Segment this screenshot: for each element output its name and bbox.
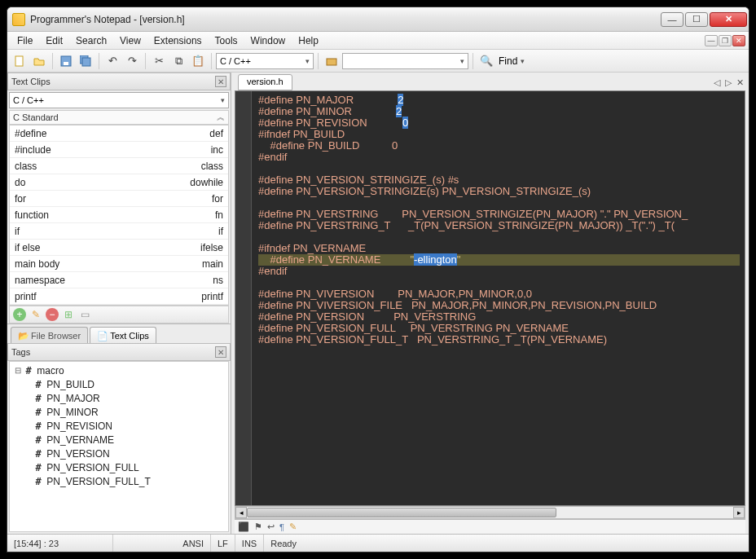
hash-icon: # [33, 448, 44, 460]
clip-icon: 📄 [97, 331, 107, 341]
new-file-button[interactable] [11, 52, 29, 70]
titlebar: Programmer's Notepad - [version.h] ― ☐ ✕ [7, 7, 749, 32]
find-label: Find [499, 55, 517, 67]
clip-item[interactable]: #definedef [10, 125, 228, 142]
collapse-icon[interactable]: ⊟ [13, 366, 23, 375]
tag-item[interactable]: # PN_VERSION [10, 447, 228, 460]
delete-clip-button[interactable]: − [46, 308, 59, 321]
edit-clip-button[interactable]: ✎ [29, 308, 42, 321]
tab-close-button[interactable]: ✕ [735, 77, 745, 88]
menu-tools[interactable]: Tools [209, 33, 244, 48]
clip-item[interactable]: printfprintf [10, 288, 228, 305]
menu-search[interactable]: Search [69, 33, 113, 48]
textclips-close-button[interactable]: ✕ [215, 76, 226, 87]
redo-button[interactable]: ↷ [123, 52, 141, 70]
mdi-minimize-button[interactable]: ― [705, 35, 718, 46]
menu-view[interactable]: View [113, 33, 147, 48]
menu-extensions[interactable]: Extensions [147, 33, 209, 48]
menu-window[interactable]: Window [244, 33, 292, 48]
code-editor[interactable]: #define PN_MAJOR 2 #define PN_MINOR 2 #d… [235, 90, 745, 506]
highlight-icon[interactable]: ✎ [289, 522, 297, 532]
tab-next-button[interactable]: ▷ [723, 77, 733, 88]
tag-item[interactable]: # PN_VERNAME [10, 433, 228, 447]
add-folder-button[interactable]: ⊞ [62, 308, 75, 321]
save-button[interactable] [57, 52, 75, 70]
app-window: Programmer's Notepad - [version.h] ― ☐ ✕… [7, 7, 749, 552]
maximize-button[interactable]: ☐ [685, 12, 708, 27]
editor-content[interactable]: #define PN_MAJOR 2 #define PN_MINOR 2 #d… [253, 91, 745, 349]
whitespace-icon[interactable]: ¶ [279, 522, 284, 532]
hash-icon: # [33, 462, 44, 473]
menu-help[interactable]: Help [292, 33, 325, 48]
hash-icon: # [33, 379, 44, 390]
open-file-button[interactable] [30, 52, 48, 70]
find-icon[interactable]: 🔍 [477, 52, 495, 70]
bookmark-icon[interactable]: ⚑ [254, 522, 262, 532]
tag-item[interactable]: # PN_VERSION_FULL_T [10, 474, 228, 488]
clip-item[interactable]: #includeinc [10, 142, 228, 158]
status-message: Ready [264, 535, 749, 552]
status-position: [15:44] : 23 [7, 535, 113, 552]
statusbar: [15:44] : 23 ANSI LF INS Ready [7, 534, 749, 552]
doc-tab-version[interactable]: version.h [238, 74, 292, 90]
textclips-list[interactable]: #definedef #includeinc classclass dodowh… [9, 125, 229, 306]
tag-item[interactable]: # PN_MAJOR [10, 391, 228, 405]
status-eol: LF [211, 535, 235, 552]
menu-file[interactable]: File [11, 33, 39, 48]
scroll-right-button[interactable]: ▸ [733, 507, 745, 518]
tab-prev-button[interactable]: ◁ [712, 77, 722, 88]
cut-button[interactable]: ✂ [150, 52, 168, 70]
horizontal-scrollbar[interactable]: ◂ ▸ [235, 506, 745, 519]
menu-edit[interactable]: Edit [39, 33, 69, 48]
clip-item[interactable]: ifif [10, 223, 228, 240]
clip-item[interactable]: functionfn [10, 207, 228, 223]
tag-item[interactable]: # PN_REVISION [10, 419, 228, 433]
tab-text-clips[interactable]: 📄 Text Clips [90, 327, 156, 343]
wrap-icon[interactable]: ↩ [267, 522, 275, 532]
scroll-thumb[interactable] [247, 508, 556, 517]
tag-item[interactable]: # PN_MINOR [10, 405, 228, 419]
tag-root[interactable]: ⊟# macro [10, 363, 228, 377]
tags-title: Tags [11, 347, 30, 357]
paste-button[interactable]: 📋 [189, 52, 207, 70]
close-button[interactable]: ✕ [710, 12, 747, 27]
search-combo[interactable] [342, 53, 468, 69]
add-clip-button[interactable]: + [13, 308, 26, 321]
chevron-up-icon: ︽ [217, 112, 225, 123]
clip-item[interactable]: if elseifelse [10, 240, 228, 256]
undo-button[interactable]: ↶ [103, 52, 121, 70]
hash-icon: # [33, 420, 44, 432]
clip-item[interactable]: classclass [10, 158, 228, 174]
svg-rect-5 [327, 59, 336, 65]
tag-item[interactable]: # PN_VERSION_FULL [10, 460, 228, 474]
tag-item[interactable]: # PN_BUILD [10, 377, 228, 391]
mdi-close-button[interactable]: ✕ [732, 35, 745, 46]
scroll-left-button[interactable]: ◂ [235, 507, 247, 518]
textclips-toolbar: + ✎ − ⊞ ▭ [9, 306, 229, 324]
svg-rect-0 [15, 56, 23, 66]
textclips-lang-combo[interactable]: C / C++ [9, 92, 229, 108]
tags-close-button[interactable]: ✕ [215, 346, 226, 358]
clip-item[interactable]: namespacens [10, 272, 228, 288]
right-pane: version.h ◁ ▷ ✕ #define PN_MAJOR 2 #defi… [231, 73, 749, 534]
scheme-combo[interactable]: C / C++ [216, 53, 314, 69]
hash-icon: # [23, 365, 34, 376]
toolbox-button[interactable] [323, 52, 341, 70]
folder-button[interactable]: ▭ [78, 308, 91, 321]
clip-item[interactable]: forfor [10, 191, 228, 207]
clip-item[interactable]: main bodymain [10, 256, 228, 272]
find-dropdown-icon[interactable]: ▾ [521, 57, 525, 65]
editor-gutter [235, 91, 252, 505]
minimize-button[interactable]: ― [661, 12, 683, 27]
save-all-button[interactable] [77, 52, 94, 70]
tags-tree[interactable]: ⊟# macro # PN_BUILD # PN_MAJOR # PN_MINO… [9, 361, 229, 532]
left-pane: Text Clips ✕ C / C++ C Standard︽ #define… [7, 73, 231, 534]
record-macro-icon[interactable]: ⬛ [238, 522, 249, 532]
copy-button[interactable]: ⧉ [169, 52, 187, 70]
textclips-group-header[interactable]: C Standard︽ [9, 110, 229, 125]
mdi-restore-button[interactable]: ❐ [719, 35, 732, 46]
tab-file-browser[interactable]: 📂 File Browser [11, 327, 88, 343]
tags-panel-header: Tags ✕ [7, 343, 231, 361]
hash-icon: # [33, 407, 44, 418]
clip-item[interactable]: dodowhile [10, 174, 228, 191]
